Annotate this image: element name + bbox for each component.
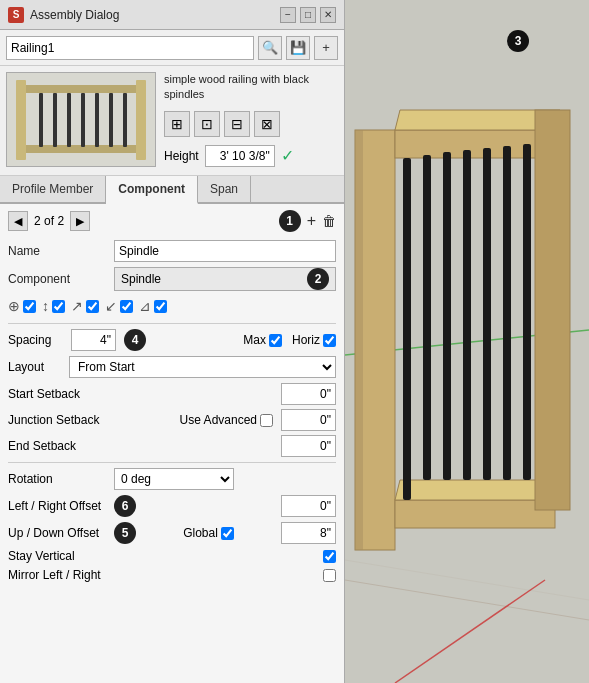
svg-rect-23: [403, 158, 411, 500]
layout-select[interactable]: From Start From End Centered Justified: [69, 356, 336, 378]
mirror-label: Mirror Left / Right: [8, 568, 108, 582]
svg-rect-24: [423, 155, 431, 480]
icon-btn-3[interactable]: ⊟: [224, 111, 250, 137]
svg-rect-28: [503, 146, 511, 480]
badge-1: 1: [279, 210, 301, 232]
svg-rect-10: [123, 93, 127, 147]
check-4[interactable]: [120, 300, 133, 313]
next-button[interactable]: ▶: [70, 211, 90, 231]
left-right-offset-label: Left / Right Offset: [8, 499, 108, 513]
height-label: Height: [164, 149, 199, 163]
rotation-select[interactable]: 0 deg 90 deg 180 deg 270 deg: [114, 468, 234, 490]
junction-setback-input[interactable]: [281, 409, 336, 431]
badge-5: 5: [114, 522, 136, 544]
layout-label: Layout: [8, 360, 63, 374]
add-button[interactable]: +: [314, 36, 338, 60]
rotation-row: Rotation 0 deg 90 deg 180 deg 270 deg: [8, 468, 336, 490]
maximize-button[interactable]: □: [300, 7, 316, 23]
end-setback-label: End Setback: [8, 439, 108, 453]
icon-btn-1[interactable]: ⊞: [164, 111, 190, 137]
search-button[interactable]: 🔍: [258, 36, 282, 60]
name-label: Name: [8, 244, 108, 258]
add-component-button[interactable]: +: [307, 212, 316, 230]
name-row: Name: [8, 240, 336, 262]
junction-setback-label: Junction Setback: [8, 413, 108, 427]
icon-btn-2[interactable]: ⊡: [194, 111, 220, 137]
right-panel: 3: [345, 0, 589, 683]
prev-button[interactable]: ◀: [8, 211, 28, 231]
mirror-checkbox[interactable]: [323, 569, 336, 582]
corner-icon: ⊿: [139, 298, 151, 314]
height-input[interactable]: [205, 145, 275, 167]
close-button[interactable]: ✕: [320, 7, 336, 23]
badge-4: 4: [124, 329, 146, 351]
svg-rect-29: [523, 144, 531, 480]
check-1[interactable]: [23, 300, 36, 313]
svg-rect-8: [95, 93, 99, 147]
spacing-label: Spacing: [8, 333, 63, 347]
stay-vertical-checkbox[interactable]: [323, 550, 336, 563]
junction-setback-row: Junction Setback Use Advanced: [8, 409, 336, 431]
railing-name-input[interactable]: [6, 36, 254, 60]
start-setback-label: Start Setback: [8, 387, 108, 401]
position-icon: ⊕: [8, 298, 20, 314]
global-checkbox[interactable]: [221, 527, 234, 540]
svg-rect-4: [39, 93, 43, 147]
max-checkbox[interactable]: [269, 334, 282, 347]
preview-description: simple wood railing with black spindles …: [164, 72, 338, 169]
badge-2: 2: [307, 268, 329, 290]
app-icon: S: [8, 7, 24, 23]
check-3[interactable]: [86, 300, 99, 313]
check-2[interactable]: [52, 300, 65, 313]
divider-1: [8, 323, 336, 324]
svg-rect-20: [395, 500, 555, 528]
spacing-input[interactable]: [71, 329, 116, 351]
svg-rect-2: [16, 80, 26, 160]
content-area: ◀ 2 of 2 ▶ 1 + 🗑 Name Component Spindle …: [0, 204, 344, 683]
left-right-offset-row: Left / Right Offset 6: [8, 495, 336, 517]
stay-vertical-label: Stay Vertical: [8, 549, 108, 563]
tab-component[interactable]: Component: [106, 176, 198, 204]
horiz-checkbox-label: Horiz: [292, 333, 336, 347]
svg-rect-5: [53, 93, 57, 147]
component-selector[interactable]: Spindle 2: [114, 267, 336, 291]
svg-rect-17: [355, 130, 363, 550]
start-setback-input[interactable]: [281, 383, 336, 405]
svg-rect-0: [16, 85, 146, 93]
delete-component-button[interactable]: 🗑: [322, 213, 336, 229]
tab-span[interactable]: Span: [198, 176, 251, 202]
icon-check-4: ↙: [105, 298, 133, 314]
component-value: Spindle: [121, 272, 161, 286]
window-title: Assembly Dialog: [30, 8, 274, 22]
left-right-offset-input[interactable]: [281, 495, 336, 517]
component-label: Component: [8, 272, 108, 286]
check-5[interactable]: [154, 300, 167, 313]
confirm-icon[interactable]: ✓: [281, 146, 294, 165]
icon-check-row: ⊕ ↕ ↗ ↙ ⊿: [8, 296, 336, 316]
up-down-offset-label: Up / Down Offset: [8, 526, 108, 540]
stay-vertical-row: Stay Vertical: [8, 549, 336, 563]
icon-check-2: ↕: [42, 298, 65, 314]
nav-row: ◀ 2 of 2 ▶ 1 + 🗑: [8, 210, 336, 232]
save-button[interactable]: 💾: [286, 36, 310, 60]
name-input[interactable]: [114, 240, 336, 262]
end-setback-row: End Setback: [8, 435, 336, 457]
badge-6: 6: [114, 495, 136, 517]
end-setback-input[interactable]: [281, 435, 336, 457]
minimize-button[interactable]: −: [280, 7, 296, 23]
spacing-options: Max Horiz: [243, 333, 336, 347]
preview-area: simple wood railing with black spindles …: [0, 66, 344, 176]
title-bar: S Assembly Dialog − □ ✕: [0, 0, 344, 30]
svg-rect-9: [109, 93, 113, 147]
rotation-label: Rotation: [8, 472, 108, 486]
window-controls: − □ ✕: [280, 7, 336, 23]
height-row: Height ✓: [164, 145, 338, 167]
use-advanced-checkbox[interactable]: [260, 414, 273, 427]
mirror-left-right-row: Mirror Left / Right: [8, 568, 336, 582]
tab-profile-member[interactable]: Profile Member: [0, 176, 106, 202]
angle-right-icon: ↗: [71, 298, 83, 314]
description-text: simple wood railing with black spindles: [164, 72, 338, 103]
horiz-checkbox[interactable]: [323, 334, 336, 347]
up-down-offset-input[interactable]: [281, 522, 336, 544]
icon-btn-4[interactable]: ⊠: [254, 111, 280, 137]
